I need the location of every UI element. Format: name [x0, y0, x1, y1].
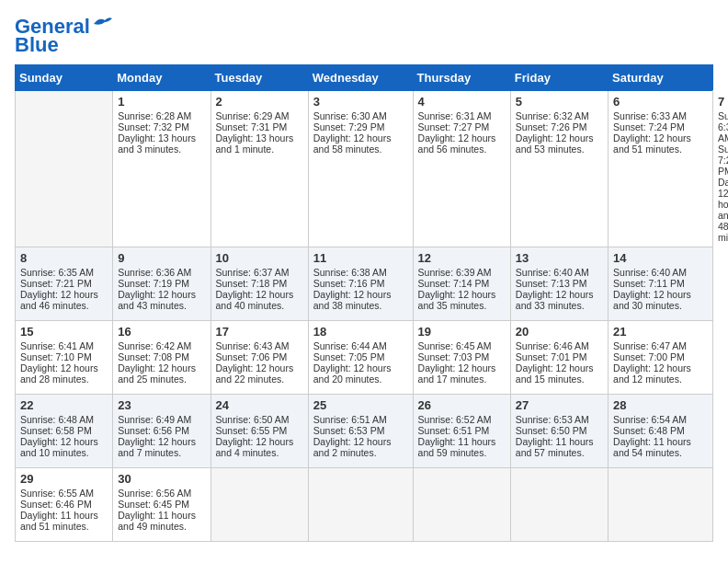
sunset-text: Sunset: 7:19 PM — [118, 278, 205, 289]
day-number: 6 — [613, 95, 708, 109]
sunrise-text: Sunrise: 6:41 AM — [20, 340, 108, 351]
sunrise-text: Sunrise: 6:36 AM — [118, 267, 205, 278]
daylight-text: Daylight: 12 hours and 25 minutes. — [118, 362, 205, 385]
week-row-1: 1Sunrise: 6:28 AMSunset: 7:32 PMDaylight… — [16, 91, 713, 247]
sunrise-text: Sunrise: 6:32 AM — [516, 110, 603, 121]
calendar-cell-week4-day4: 25Sunrise: 6:51 AMSunset: 6:53 PMDayligh… — [308, 395, 413, 468]
day-number: 18 — [313, 325, 408, 339]
day-number: 8 — [20, 251, 108, 265]
day-number: 11 — [313, 251, 408, 265]
sunset-text: Sunset: 6:51 PM — [418, 425, 506, 436]
daylight-text: Daylight: 12 hours and 22 minutes. — [216, 362, 303, 385]
sunrise-text: Sunrise: 6:50 AM — [216, 414, 303, 425]
daylight-text: Daylight: 12 hours and 15 minutes. — [516, 362, 603, 385]
calendar-cell-week3-day5: 19Sunrise: 6:45 AMSunset: 7:03 PMDayligh… — [413, 321, 510, 395]
sunrise-text: Sunrise: 6:46 AM — [516, 340, 603, 351]
day-number: 1 — [118, 95, 205, 109]
day-number: 5 — [516, 95, 603, 109]
day-number: 13 — [516, 251, 603, 265]
daylight-text: Daylight: 11 hours and 51 minutes. — [20, 510, 108, 532]
day-number: 21 — [613, 325, 708, 339]
sunrise-text: Sunrise: 6:54 AM — [613, 414, 708, 425]
sunset-text: Sunset: 6:45 PM — [118, 499, 205, 510]
calendar-cell-week1-day6: 5Sunrise: 6:32 AMSunset: 7:26 PMDaylight… — [510, 91, 608, 247]
weekday-header-thursday: Thursday — [413, 65, 510, 91]
calendar-cell-week1-day1 — [16, 91, 113, 247]
daylight-text: Daylight: 12 hours and 53 minutes. — [516, 132, 603, 155]
logo-bird-icon — [92, 15, 112, 31]
sunrise-text: Sunrise: 6:43 AM — [216, 340, 303, 351]
day-number: 29 — [20, 472, 108, 486]
day-number: 15 — [20, 325, 108, 339]
day-number: 20 — [516, 325, 603, 339]
sunset-text: Sunset: 7:24 PM — [613, 121, 708, 132]
sunrise-text: Sunrise: 6:55 AM — [20, 488, 108, 499]
calendar-cell-week4-day1: 22Sunrise: 6:48 AMSunset: 6:58 PMDayligh… — [16, 395, 113, 468]
daylight-text: Daylight: 11 hours and 59 minutes. — [418, 436, 506, 458]
calendar-cell-week5-day6 — [510, 468, 608, 542]
sunset-text: Sunset: 7:10 PM — [20, 351, 108, 362]
day-number: 26 — [418, 398, 506, 412]
sunrise-text: Sunrise: 6:47 AM — [613, 340, 708, 351]
day-number: 12 — [418, 251, 506, 265]
sunrise-text: Sunrise: 6:40 AM — [516, 267, 603, 278]
day-number: 14 — [613, 251, 708, 265]
weekday-header-saturday: Saturday — [609, 65, 713, 91]
sunrise-text: Sunrise: 6:35 AM — [20, 267, 108, 278]
weekday-header-wednesday: Wednesday — [308, 65, 413, 91]
sunset-text: Sunset: 7:01 PM — [516, 351, 603, 362]
week-row-3: 15Sunrise: 6:41 AMSunset: 7:10 PMDayligh… — [16, 321, 713, 395]
day-number: 10 — [216, 251, 303, 265]
daylight-text: Daylight: 11 hours and 54 minutes. — [613, 436, 708, 458]
week-row-5: 29Sunrise: 6:55 AMSunset: 6:46 PMDayligh… — [16, 468, 713, 542]
calendar-cell-week1-day2: 1Sunrise: 6:28 AMSunset: 7:32 PMDaylight… — [113, 91, 210, 247]
calendar-cell-week1-day3: 2Sunrise: 6:29 AMSunset: 7:31 PMDaylight… — [210, 91, 308, 247]
logo-blue: Blue — [15, 33, 59, 57]
sunset-text: Sunset: 7:03 PM — [418, 351, 506, 362]
sunset-text: Sunset: 7:27 PM — [418, 121, 506, 132]
sunrise-text: Sunrise: 6:56 AM — [118, 488, 205, 499]
sunrise-text: Sunrise: 6:48 AM — [20, 414, 108, 425]
daylight-text: Daylight: 13 hours and 3 minutes. — [118, 132, 205, 155]
day-number: 22 — [20, 398, 108, 412]
calendar-cell-week4-day3: 24Sunrise: 6:50 AMSunset: 6:55 PMDayligh… — [210, 395, 308, 468]
calendar-cell-week3-day6: 20Sunrise: 6:46 AMSunset: 7:01 PMDayligh… — [510, 321, 608, 395]
sunrise-text: Sunrise: 6:28 AM — [118, 110, 205, 121]
calendar-cell-week3-day1: 15Sunrise: 6:41 AMSunset: 7:10 PMDayligh… — [16, 321, 113, 395]
calendar-cell-week4-day7: 28Sunrise: 6:54 AMSunset: 6:48 PMDayligh… — [609, 395, 713, 468]
sunset-text: Sunset: 7:16 PM — [313, 278, 408, 289]
day-number: 27 — [516, 398, 603, 412]
sunset-text: Sunset: 6:53 PM — [313, 425, 408, 436]
sunset-text: Sunset: 6:50 PM — [516, 425, 603, 436]
sunrise-text: Sunrise: 6:44 AM — [313, 340, 408, 351]
calendar-cell-week1-day4: 3Sunrise: 6:30 AMSunset: 7:29 PMDaylight… — [308, 91, 413, 247]
calendar-cell-week2-day4: 11Sunrise: 6:38 AMSunset: 7:16 PMDayligh… — [308, 247, 413, 321]
daylight-text: Daylight: 12 hours and 12 minutes. — [613, 362, 708, 385]
calendar-table: SundayMondayTuesdayWednesdayThursdayFrid… — [15, 64, 713, 542]
sunrise-text: Sunrise: 6:42 AM — [118, 340, 205, 351]
calendar-cell-week3-day3: 17Sunrise: 6:43 AMSunset: 7:06 PMDayligh… — [210, 321, 308, 395]
day-number: 25 — [313, 398, 408, 412]
sunset-text: Sunset: 7:21 PM — [20, 278, 108, 289]
calendar-cell-week2-day1: 8Sunrise: 6:35 AMSunset: 7:21 PMDaylight… — [16, 247, 113, 321]
calendar-cell-week5-day7 — [609, 468, 713, 542]
sunrise-text: Sunrise: 6:33 AM — [613, 110, 708, 121]
sunrise-text: Sunrise: 6:51 AM — [313, 414, 408, 425]
day-number: 19 — [418, 325, 506, 339]
daylight-text: Daylight: 12 hours and 33 minutes. — [516, 289, 603, 311]
daylight-text: Daylight: 12 hours and 43 minutes. — [118, 289, 205, 311]
day-number: 17 — [216, 325, 303, 339]
daylight-text: Daylight: 12 hours and 28 minutes. — [20, 362, 108, 385]
daylight-text: Daylight: 12 hours and 35 minutes. — [418, 289, 506, 311]
daylight-text: Daylight: 12 hours and 58 minutes. — [313, 132, 408, 155]
day-number: 23 — [118, 398, 205, 412]
sunset-text: Sunset: 6:55 PM — [216, 425, 303, 436]
daylight-text: Daylight: 11 hours and 57 minutes. — [516, 436, 603, 458]
weekday-header-sunday: Sunday — [16, 65, 113, 91]
daylight-text: Daylight: 12 hours and 2 minutes. — [313, 436, 408, 458]
day-number: 2 — [216, 95, 303, 109]
daylight-text: Daylight: 12 hours and 10 minutes. — [20, 436, 108, 458]
sunset-text: Sunset: 6:46 PM — [20, 499, 108, 510]
day-number: 30 — [118, 472, 205, 486]
calendar-cell-week1-day7: 6Sunrise: 6:33 AMSunset: 7:24 PMDaylight… — [609, 91, 713, 247]
